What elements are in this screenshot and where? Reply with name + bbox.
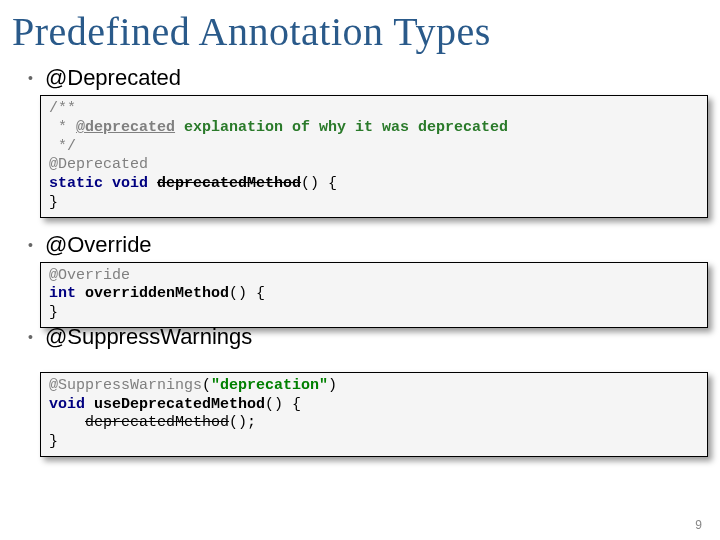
bullet-marker: • xyxy=(28,329,33,345)
code-text: ) xyxy=(328,377,337,394)
code-annotation: @Deprecated xyxy=(49,156,148,173)
code-text xyxy=(148,175,157,192)
code-keyword: void xyxy=(49,396,85,413)
code-block-override: @Override int overriddenMethod() { } xyxy=(40,262,708,328)
code-text: */ xyxy=(49,138,76,155)
bullet-deprecated: • @Deprecated xyxy=(0,65,720,91)
code-text: () { xyxy=(301,175,337,192)
code-text: } xyxy=(49,304,58,321)
code-text: () { xyxy=(265,396,301,413)
code-text xyxy=(76,285,85,302)
code-annotation: @SuppressWarnings xyxy=(49,377,202,394)
code-text: * xyxy=(49,119,76,136)
code-text: () { xyxy=(229,285,265,302)
code-text xyxy=(49,414,85,431)
code-keyword: static void xyxy=(49,175,148,192)
bullet-override: • @Override xyxy=(0,232,720,258)
bullet-text-deprecated: @Deprecated xyxy=(45,65,181,91)
bullet-marker: • xyxy=(28,237,33,253)
code-block-deprecated: /** * @deprecated explanation of why it … xyxy=(40,95,708,218)
slide-title: Predefined Annotation Types xyxy=(0,0,720,61)
code-annotation: @Override xyxy=(49,267,130,284)
code-deprecated-method: deprecatedMethod xyxy=(157,175,301,192)
code-method: overriddenMethod xyxy=(85,285,229,302)
code-text: ( xyxy=(202,377,211,394)
code-block-suppress: @SuppressWarnings("deprecation") void us… xyxy=(40,372,708,457)
page-number: 9 xyxy=(695,518,702,532)
code-deprecated-call: deprecatedMethod xyxy=(85,414,229,431)
code-doctag: @deprecated xyxy=(76,119,175,136)
code-text: } xyxy=(49,194,58,211)
code-method: useDeprecatedMethod xyxy=(94,396,265,413)
code-string: "deprecation" xyxy=(211,377,328,394)
code-text: (); xyxy=(229,414,256,431)
code-keyword: int xyxy=(49,285,76,302)
bullet-marker: • xyxy=(28,70,33,86)
code-text: explanation of why it was deprecated xyxy=(175,119,508,136)
bullet-text-override: @Override xyxy=(45,232,152,258)
code-text: /** xyxy=(49,100,76,117)
code-text xyxy=(85,396,94,413)
code-text: } xyxy=(49,433,58,450)
